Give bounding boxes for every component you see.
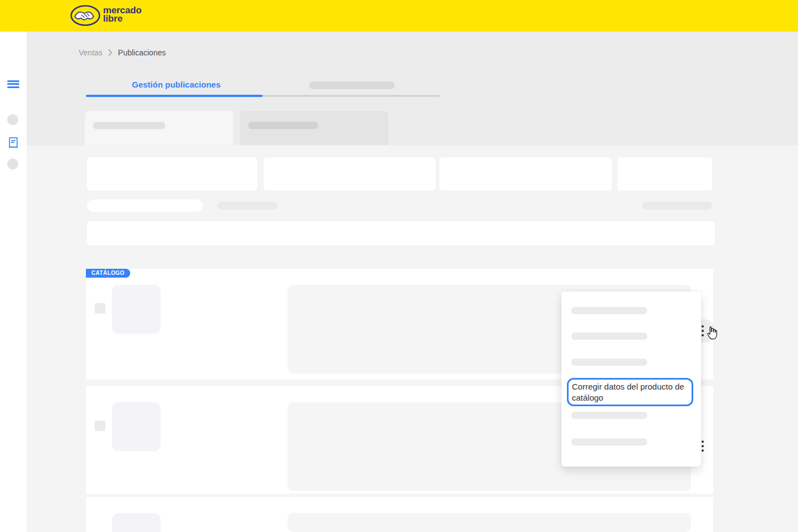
summary-card-skeleton [617,157,712,191]
active-tab-indicator [86,95,263,97]
summary-card-skeleton [87,157,257,191]
summary-card-skeleton [439,157,612,191]
catalog-badge: CATÁLOGO [86,269,130,278]
row-checkbox[interactable] [95,303,105,314]
product-thumbnail [112,402,161,451]
tab-track [263,95,440,97]
menu-item-label: Corregir datos del producto de catálogo [572,381,688,403]
menu-item-skeleton [571,438,647,446]
sidebar-skeleton-item [7,158,18,170]
skeleton-bar [217,202,278,209]
row-detail-skeleton [288,513,691,532]
row-checkbox[interactable] [95,421,105,431]
menu-item-skeleton [571,307,647,314]
receipt-icon[interactable] [8,137,19,149]
menu-item-skeleton [571,412,647,419]
search-pill-skeleton [87,200,203,212]
product-thumbnail [112,285,161,334]
menu-item-corregir-datos[interactable]: Corregir datos del producto de catálogo [567,378,693,406]
summary-card-skeleton [264,157,436,191]
top-navbar: mercado libre [0,0,798,32]
tab-gestion-publicaciones[interactable]: Gestión publicaciones [132,80,221,89]
skeleton-bar [642,202,712,209]
row-actions-context-menu: Corregir datos del producto de catálogo [561,291,701,467]
menu-item-skeleton [571,359,647,366]
tab-loading-skeleton [309,81,395,89]
breadcrumb: Ventas Publicaciones [79,48,166,57]
product-thumbnail [112,513,161,532]
breadcrumb-ventas[interactable]: Ventas [79,48,103,57]
sidebar-skeleton-item [7,114,18,125]
hamburger-icon[interactable] [7,80,19,88]
page: mercado libre Ventas Publicaciones Gesti… [0,0,798,532]
logo-word-libre: libre [103,14,141,23]
mercadolibre-handshake-icon [70,5,100,26]
breadcrumb-publicaciones: Publicaciones [118,48,166,57]
left-sidebar [0,32,27,532]
menu-item-skeleton [571,332,647,340]
toolbar-skeleton [87,221,715,245]
logo-wordmark: mercado libre [103,6,141,23]
skeleton-bar [248,122,318,129]
chevron-right-icon [108,49,112,56]
skeleton-bar [93,122,165,129]
hand-pointer-cursor-icon [705,326,719,341]
